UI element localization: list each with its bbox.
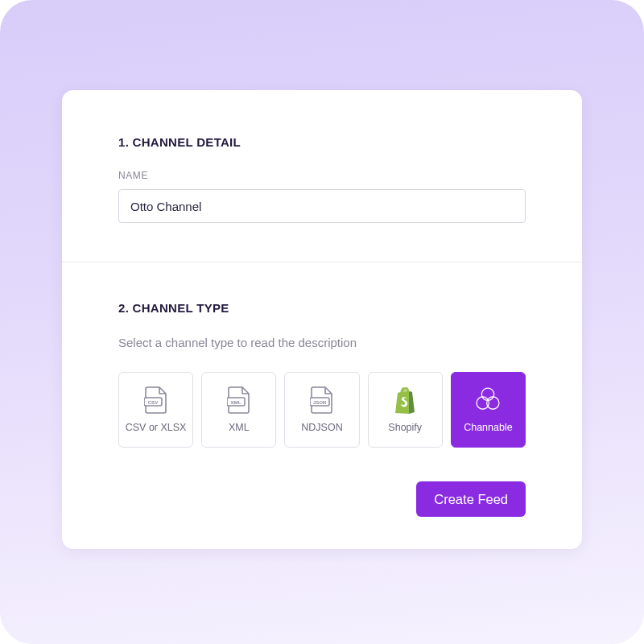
channable-icon (473, 386, 502, 415)
channel-detail-heading: 1. CHANNEL DETAIL (118, 135, 526, 149)
channel-name-input[interactable] (118, 189, 526, 223)
json-file-icon: JSON (308, 386, 336, 415)
name-field-label: NAME (118, 170, 526, 181)
form-card: 1. CHANNEL DETAIL NAME 2. CHANNEL TYPE S… (62, 90, 582, 549)
svg-point-6 (482, 388, 494, 400)
svg-text:CSV: CSV (147, 399, 159, 405)
form-actions: Create Feed (118, 481, 526, 517)
channel-type-ndjson[interactable]: JSON NDJSON (284, 372, 359, 448)
channel-type-label: NDJSON (301, 423, 342, 434)
channel-type-shopify[interactable]: Shopify (368, 372, 443, 448)
channel-type-label: Channable (464, 423, 512, 434)
app-background: 1. CHANNEL DETAIL NAME 2. CHANNEL TYPE S… (0, 0, 644, 644)
channel-type-csv[interactable]: CSV CSV or XLSX (118, 372, 193, 448)
channel-type-subtext: Select a channel type to read the descri… (118, 336, 526, 349)
xml-file-icon: XML (225, 386, 254, 415)
channel-type-label: XML (229, 423, 250, 434)
svg-text:JSON: JSON (313, 400, 326, 405)
csv-file-icon: CSV (142, 386, 171, 415)
svg-text:XML: XML (230, 399, 241, 405)
channel-type-xml[interactable]: XML XML (201, 372, 276, 448)
channel-type-options: CSV CSV or XLSX XML X (118, 372, 526, 448)
channel-type-channable[interactable]: Channable (451, 372, 526, 448)
create-feed-button[interactable]: Create Feed (416, 481, 526, 517)
section-channel-type: 2. CHANNEL TYPE Select a channel type to… (62, 262, 582, 549)
section-channel-detail: 1. CHANNEL DETAIL NAME (62, 90, 582, 262)
channel-type-label: Shopify (388, 423, 422, 434)
channel-type-heading: 2. CHANNEL TYPE (118, 301, 526, 315)
shopify-icon (390, 386, 419, 415)
channel-type-label: CSV or XLSX (126, 423, 187, 434)
